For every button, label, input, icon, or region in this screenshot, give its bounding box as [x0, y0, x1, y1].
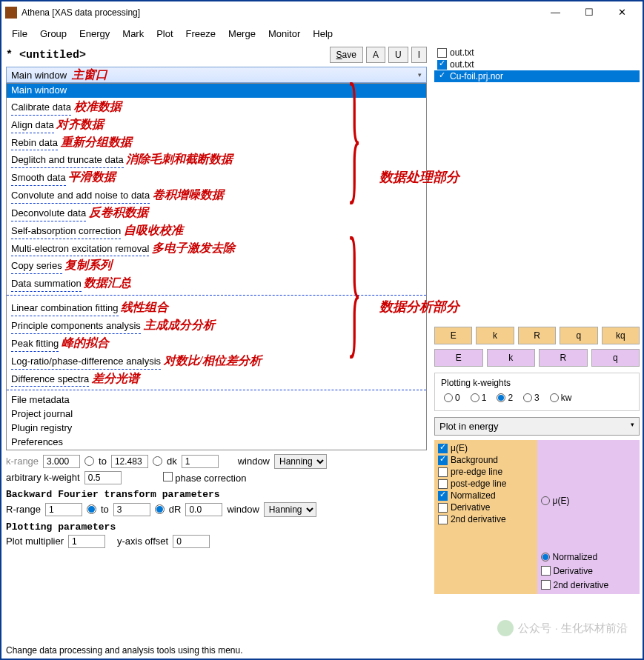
dd-item-3[interactable]: Deglitch and truncate data 消除毛刺和截断数据: [7, 150, 426, 168]
plotopt-μ(E)[interactable]: μ(E): [438, 442, 534, 454]
menu-file[interactable]: File: [6, 27, 33, 41]
plotopt-Normalized[interactable]: Normalized: [438, 490, 534, 501]
menu-help[interactable]: Help: [307, 27, 339, 41]
annot-main-window: 主窗口: [72, 67, 107, 83]
dd-item3-1[interactable]: Project journal: [7, 407, 426, 421]
document-title: * <untitled>: [6, 49, 327, 61]
file-check[interactable]: [437, 72, 447, 81]
kw-radio-kw[interactable]: kw: [550, 393, 572, 403]
plot-btn-E[interactable]: E: [434, 327, 472, 344]
window-title: Athena [XAS data processing]: [21, 7, 539, 18]
menu-mark[interactable]: Mark: [116, 27, 150, 41]
section-anal-label: 数据分析部分: [379, 298, 459, 316]
plot-energy-combo[interactable]: Plot in energy: [434, 417, 640, 436]
plotopt-post-edge line[interactable]: post-edge line: [438, 478, 534, 490]
dd-item2-0[interactable]: Linear combination fitting 线性组合: [7, 299, 426, 316]
dd-item-9[interactable]: Copy series 复制系列: [7, 256, 426, 274]
kw-radio-1[interactable]: 1: [471, 393, 487, 403]
section-proc-label: 数据处理部分: [379, 168, 459, 186]
plotopt-2nd derivative[interactable]: 2nd derivative: [438, 513, 534, 525]
menubar: File Group Energy Mark Plot Freeze Merge…: [1, 24, 643, 44]
save-button[interactable]: Save: [330, 47, 363, 63]
akw-label: arbitrary k-weight: [6, 472, 80, 483]
kw-radio-0[interactable]: 0: [444, 393, 460, 403]
file-row[interactable]: out.txt: [434, 47, 640, 59]
plotmult-input[interactable]: [68, 535, 105, 548]
plotopt-pre-edge line[interactable]: pre-edge line: [438, 466, 534, 478]
dd-item2-4[interactable]: Difference spectra 差分光谱: [7, 370, 426, 387]
dd-item-10[interactable]: Data summation 数据汇总: [7, 274, 426, 292]
maximize-button[interactable]: ☐: [572, 2, 605, 23]
bft-header: Backward Fourier transform parameters: [6, 489, 427, 500]
plot-btn2-E[interactable]: E: [434, 349, 483, 367]
plot-btn2-R[interactable]: R: [539, 349, 588, 367]
menu-plot[interactable]: Plot: [150, 27, 179, 41]
plotopt-r-1[interactable]: Normalized: [541, 550, 637, 564]
kweight-box: Plotting k-weights 0123kw: [434, 373, 640, 411]
plotopt-r-3[interactable]: 2nd derivative: [541, 578, 637, 592]
plot-btn2-k[interactable]: k: [487, 349, 536, 367]
krange-max[interactable]: [111, 455, 148, 468]
yoffset-input[interactable]: [173, 535, 210, 548]
file-row[interactable]: out.txt: [434, 59, 640, 70]
file-list: out.txtout.txtCu-foil.prj.nor: [434, 47, 640, 82]
rmin-input[interactable]: [45, 503, 82, 516]
dd-item-4[interactable]: Smooth data 平滑数据: [7, 168, 426, 186]
file-row[interactable]: Cu-foil.prj.nor: [434, 70, 640, 82]
dd-item-0[interactable]: Calibrate data 校准数据: [7, 98, 426, 116]
kw-radio-2[interactable]: 2: [497, 393, 513, 403]
dd-item3-0[interactable]: File metadata: [7, 393, 426, 407]
menu-freeze[interactable]: Freeze: [180, 27, 222, 41]
dd-item-6[interactable]: Deconvolute data 反卷积数据: [7, 204, 426, 221]
menu-monitor[interactable]: Monitor: [262, 27, 306, 41]
btn-i[interactable]: I: [411, 47, 427, 63]
minimize-button[interactable]: —: [539, 2, 572, 23]
menu-group[interactable]: Group: [34, 27, 73, 41]
btn-u[interactable]: U: [388, 47, 408, 63]
titlebar: Athena [XAS data processing] — ☐ ✕: [1, 1, 643, 24]
tool-selector-combo[interactable]: Main window 主窗口: [6, 67, 427, 83]
plotopt-Background[interactable]: Background: [438, 454, 534, 466]
dd-main-window[interactable]: Main window: [7, 84, 426, 98]
watermark: 公众号 · 生化坏材前沿: [497, 620, 628, 636]
akw-input[interactable]: [84, 471, 122, 484]
menu-energy[interactable]: Energy: [73, 27, 116, 41]
dd-item-7[interactable]: Self-absorption correction 自吸收校准: [7, 221, 426, 239]
statusbar: Change data processing and analysis tool…: [1, 642, 643, 659]
dd-item3-2[interactable]: Plugin registry: [7, 421, 426, 436]
dd-item-1[interactable]: Align data 对齐数据: [7, 116, 426, 133]
dd-item-5[interactable]: Convolute and add noise to data 卷积增噪数据: [7, 186, 426, 204]
file-check[interactable]: [437, 60, 447, 70]
kw-radio-3[interactable]: 3: [523, 393, 540, 403]
dk-input[interactable]: [182, 455, 219, 468]
plot-btn-R[interactable]: R: [518, 327, 556, 344]
plot-btn-q[interactable]: q: [560, 327, 597, 344]
dd-item-2[interactable]: Rebin data 重新分组数据: [7, 133, 426, 151]
plotopt-Derivative[interactable]: Derivative: [438, 501, 534, 513]
krange-min[interactable]: [43, 455, 80, 468]
dd-item2-3[interactable]: Log-ratio/phase-difference analysis 对数比/…: [7, 352, 426, 370]
pp-header: Plotting parameters: [6, 521, 427, 533]
plotopt-r-2[interactable]: Derivative: [541, 564, 637, 578]
menu-merge[interactable]: Merge: [222, 27, 262, 41]
plotopt-r-0[interactable]: μ(E): [541, 493, 637, 507]
plot-btn-kq[interactable]: kq: [602, 327, 640, 344]
rmax-input[interactable]: [113, 503, 150, 516]
close-button[interactable]: ✕: [605, 2, 639, 23]
plot-btn-k[interactable]: k: [476, 327, 514, 344]
phase-check[interactable]: [163, 472, 173, 481]
btn-a[interactable]: A: [366, 47, 385, 63]
dd-item-8[interactable]: Multi-electron excitation removal 多电子激发去…: [7, 239, 426, 257]
window2-select[interactable]: Hanning: [264, 502, 316, 517]
window-select[interactable]: Hanning: [274, 454, 327, 469]
dd-item2-2[interactable]: Peak fitting 峰的拟合: [7, 334, 426, 352]
rmin-radio[interactable]: [87, 504, 96, 514]
tool-dropdown: Main window Calibrate data 校准数据Align dat…: [6, 83, 427, 450]
file-check[interactable]: [437, 48, 447, 58]
app-icon: [5, 7, 17, 19]
plot-btn2-q[interactable]: q: [591, 349, 640, 367]
dr-input[interactable]: [185, 503, 222, 516]
dd-item2-1[interactable]: Principle components analysis 主成成分分析: [7, 316, 426, 334]
rmax-radio[interactable]: [155, 504, 165, 514]
dd-item3-3[interactable]: Preferences: [7, 436, 426, 450]
